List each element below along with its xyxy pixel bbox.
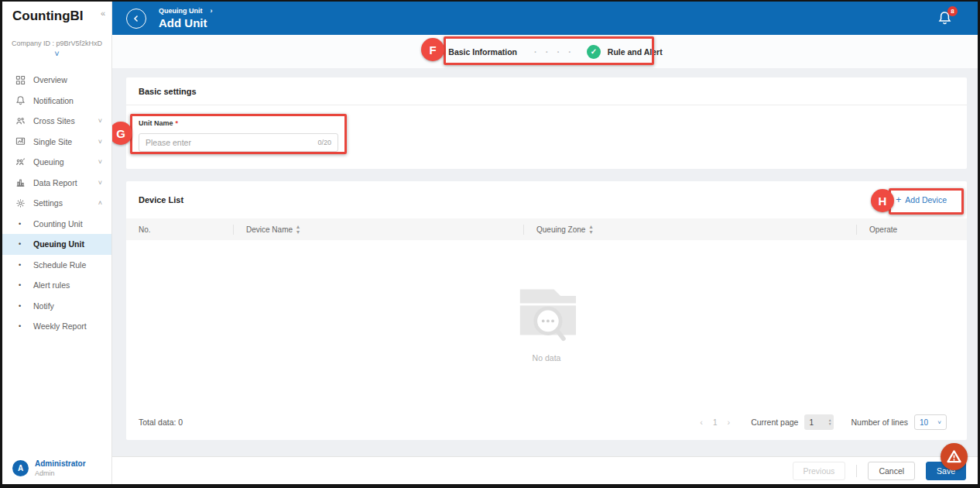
sidebar-item-data-report[interactable]: Data Report ˅ — [2, 173, 111, 194]
button-divider — [856, 465, 857, 477]
no-data-text: No data — [533, 353, 561, 363]
device-list-card: Device List + Add Device H No. Device Na… — [126, 181, 967, 440]
unit-name-label: Unit Name — [139, 119, 173, 127]
bullet-icon: • — [19, 322, 33, 330]
people-icon — [15, 115, 26, 126]
unit-name-field: Unit Name* 0/20 — [126, 105, 967, 152]
chevron-down-icon: ˅ — [98, 138, 102, 146]
column-device-name[interactable]: Device Name ▴▾ — [234, 224, 523, 235]
column-operate: Operate — [857, 225, 967, 234]
chevron-left-icon — [132, 14, 141, 23]
total-data-text: Total data: 0 — [139, 418, 183, 427]
lines-select[interactable]: 10 ˅ — [914, 414, 947, 430]
sidebar-subitem-weekly-report[interactable]: • Weekly Report — [2, 316, 111, 337]
annotation-label-h: H — [871, 189, 894, 212]
bullet-icon: • — [19, 302, 33, 310]
lines-label: Number of lines — [851, 418, 908, 427]
column-queuing-zone[interactable]: Queuing Zone ▴▾ — [524, 224, 856, 235]
spinner-icon[interactable]: ▴▾ — [829, 418, 831, 426]
content-area: Basic settings Unit Name* 0/20 G Device … — [112, 68, 978, 456]
main-area: Queuing Unit › Add Unit 8 1 Basic Inform… — [112, 2, 978, 484]
annotation-label-f: F — [421, 38, 444, 61]
breadcrumb-chevron-icon: › — [211, 7, 213, 15]
site-image-icon — [15, 136, 26, 147]
sort-icon[interactable]: ▴▾ — [296, 224, 300, 235]
sidebar-item-overview[interactable]: Overview — [2, 70, 111, 91]
sidebar: CountingBI « Company ID : p9BrV5f2kHxD ˅… — [2, 2, 112, 484]
annotation-warning-icon — [941, 443, 968, 470]
plus-icon: + — [896, 194, 901, 205]
sidebar-item-single-site[interactable]: Single Site ˅ — [2, 132, 111, 153]
chevron-down-icon: ˅ — [98, 158, 102, 166]
device-table-header: No. Device Name ▴▾ Queuing Zone ▴▾ Opera… — [126, 218, 967, 240]
wizard-stepper: 1 Basic Information · · · · ✓ Rule and A… — [112, 35, 978, 68]
sidebar-subitem-queuing-unit[interactable]: • Queuing Unit — [2, 234, 111, 255]
previous-button[interactable]: Previous — [793, 462, 846, 480]
cancel-button[interactable]: Cancel — [868, 462, 915, 480]
breadcrumb: Queuing Unit › — [159, 7, 213, 15]
bullet-icon: • — [19, 240, 33, 248]
no-data-folder-icon — [509, 282, 584, 342]
user-name: Administrator — [35, 459, 86, 468]
bullet-icon: • — [19, 281, 33, 289]
bar-chart-icon — [15, 177, 26, 188]
sidebar-item-queuing[interactable]: Queuing ˅ — [2, 152, 111, 173]
app-window: CountingBI « Company ID : p9BrV5f2kHxD ˅… — [0, 0, 980, 488]
action-footer: Previous Cancel Save — [112, 456, 978, 484]
required-asterisk: * — [176, 119, 179, 127]
chevron-down-icon: ˅ — [937, 419, 941, 426]
basic-settings-title: Basic settings — [126, 77, 967, 105]
current-page-input[interactable] — [809, 418, 821, 427]
step-2-label: Rule and Alert — [608, 47, 663, 57]
sidebar-collapse-icon[interactable]: « — [101, 9, 105, 18]
unit-name-input[interactable] — [146, 138, 313, 147]
prev-page-icon[interactable]: ‹ — [696, 418, 707, 427]
device-list-title: Device List — [139, 195, 183, 204]
queue-icon — [15, 156, 26, 167]
sidebar-subitem-schedule-rule[interactable]: • Schedule Rule — [2, 255, 111, 276]
avatar[interactable]: A — [12, 460, 29, 476]
step-2-check-icon: ✓ — [587, 45, 601, 59]
app-logo: CountingBI — [12, 9, 84, 24]
current-page-label: Current page — [751, 418, 798, 427]
current-page-box: ▴▾ — [804, 414, 834, 430]
notification-badge: 8 — [947, 6, 958, 16]
sidebar-item-settings[interactable]: Settings ˄ — [2, 193, 111, 214]
breadcrumb-queuing-unit[interactable]: Queuing Unit — [159, 7, 203, 15]
step-1-label: Basic Information — [448, 47, 517, 57]
back-button[interactable] — [126, 9, 146, 29]
bullet-icon: • — [19, 261, 33, 269]
column-no: No. — [126, 225, 233, 234]
chevron-down-icon: ˅ — [98, 179, 102, 187]
sidebar-menu: Overview Notification Cross Sites ˅ Sing… — [2, 70, 111, 337]
chevron-down-icon: ˅ — [98, 117, 102, 125]
char-counter: 0/20 — [317, 139, 331, 146]
pagination-bar: Total data: 0 ‹ 1 › Current page ▴▾ Numb… — [126, 404, 967, 440]
bullet-icon: • — [19, 220, 33, 228]
chevron-up-icon: ˄ — [98, 199, 102, 207]
basic-settings-card: Basic settings Unit Name* 0/20 G — [126, 77, 967, 169]
sidebar-item-cross-sites[interactable]: Cross Sites ˅ — [2, 111, 111, 132]
page-header: Queuing Unit › Add Unit 8 — [112, 2, 978, 35]
grid-icon — [15, 74, 26, 85]
stepper-dots: · · · · — [534, 47, 574, 57]
sort-icon[interactable]: ▴▾ — [589, 224, 592, 235]
company-id: Company ID : p9BrV5f2kHxD — [2, 40, 111, 47]
notification-bell-button[interactable]: 8 — [937, 10, 952, 29]
next-page-icon[interactable]: › — [724, 418, 735, 427]
sidebar-subitem-alert-rules[interactable]: • Alert rules — [2, 275, 111, 296]
sidebar-subitem-counting-unit[interactable]: • Counting Unit — [2, 214, 111, 235]
user-role: Admin — [35, 469, 86, 477]
company-chevron-down-icon[interactable]: ˅ — [2, 50, 111, 57]
page-title: Add Unit — [159, 16, 213, 29]
sidebar-item-notification[interactable]: Notification — [2, 91, 111, 112]
user-profile[interactable]: A Administrator Admin — [12, 459, 86, 477]
bell-icon — [15, 95, 26, 106]
empty-state: No data — [126, 240, 967, 404]
page-number[interactable]: 1 — [713, 418, 718, 427]
add-device-button[interactable]: + Add Device — [896, 194, 947, 205]
gear-icon — [15, 198, 26, 208]
sidebar-subitem-notify[interactable]: • Notify — [2, 296, 111, 317]
